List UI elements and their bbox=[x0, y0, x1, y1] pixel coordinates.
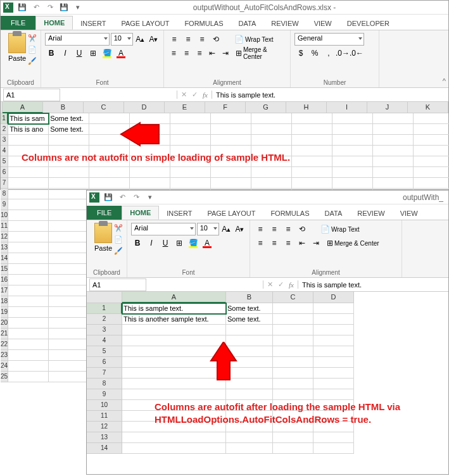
cell[interactable] bbox=[8, 178, 49, 189]
row-header[interactable]: 11 bbox=[87, 411, 122, 422]
tab-pagelayout[interactable]: PAGE LAYOUT bbox=[199, 207, 263, 220]
cell[interactable] bbox=[414, 167, 449, 178]
fx-icon[interactable]: fx bbox=[289, 281, 294, 289]
redo-icon[interactable]: ↷ bbox=[131, 192, 141, 203]
cell[interactable]: Some text. bbox=[226, 314, 273, 325]
align-top-icon[interactable]: ≡ bbox=[254, 223, 267, 235]
tab-home[interactable]: HOME bbox=[122, 206, 159, 220]
save-icon-2[interactable]: 💾 bbox=[59, 3, 69, 13]
cell[interactable] bbox=[226, 443, 273, 454]
cell[interactable] bbox=[49, 264, 89, 275]
cell[interactable] bbox=[49, 253, 89, 264]
cell[interactable] bbox=[170, 113, 211, 124]
cell[interactable] bbox=[251, 178, 292, 189]
cell[interactable] bbox=[170, 178, 211, 189]
cell[interactable] bbox=[49, 178, 89, 189]
copy-icon[interactable]: 📄 bbox=[28, 46, 38, 54]
cell[interactable] bbox=[49, 167, 89, 178]
column-header[interactable]: A bbox=[3, 102, 43, 113]
column-header[interactable]: F bbox=[205, 102, 246, 113]
increase-font-icon[interactable]: A▴ bbox=[134, 33, 146, 46]
row-header[interactable]: 7 bbox=[1, 178, 8, 189]
tab-insert[interactable]: INSERT bbox=[73, 17, 113, 30]
cell[interactable] bbox=[414, 135, 449, 146]
row-header[interactable]: 17 bbox=[1, 285, 8, 296]
cell[interactable] bbox=[49, 199, 89, 210]
row-header[interactable]: 12 bbox=[87, 422, 122, 432]
border-button[interactable]: ⊞ bbox=[87, 47, 99, 60]
cell[interactable] bbox=[332, 124, 373, 135]
wrap-text-button[interactable]: 📄Wrap Text bbox=[231, 33, 277, 46]
cell[interactable] bbox=[130, 167, 170, 178]
cell[interactable] bbox=[313, 357, 354, 368]
cell[interactable] bbox=[211, 124, 251, 135]
cell[interactable] bbox=[332, 113, 373, 124]
font-size-select[interactable]: 10 bbox=[111, 33, 133, 46]
align-middle-icon[interactable]: ≡ bbox=[182, 33, 194, 46]
cell[interactable] bbox=[226, 389, 273, 400]
cell[interactable] bbox=[373, 156, 414, 167]
align-right-icon[interactable]: ≡ bbox=[282, 237, 294, 249]
excel-icon[interactable] bbox=[89, 192, 99, 203]
cell[interactable] bbox=[313, 303, 354, 314]
fill-color-button[interactable]: 🪣 bbox=[101, 47, 113, 60]
redo-icon[interactable]: ↷ bbox=[45, 3, 55, 13]
orientation-icon[interactable]: ⟲ bbox=[296, 223, 308, 235]
row-header[interactable]: 18 bbox=[1, 296, 8, 307]
cancel-formula-icon[interactable]: ✕ bbox=[181, 91, 187, 99]
cell[interactable] bbox=[49, 285, 89, 296]
cell[interactable] bbox=[8, 210, 49, 221]
percent-button[interactable]: % bbox=[308, 47, 321, 60]
select-all-corner[interactable] bbox=[87, 292, 122, 303]
cell[interactable] bbox=[414, 146, 449, 156]
cell[interactable] bbox=[8, 221, 49, 232]
row-header[interactable]: 1 bbox=[87, 303, 122, 314]
row-header[interactable]: 25 bbox=[1, 372, 8, 382]
cell[interactable]: This is sam bbox=[8, 113, 49, 124]
cell[interactable] bbox=[251, 113, 292, 124]
cell[interactable] bbox=[292, 156, 332, 167]
cell[interactable] bbox=[313, 335, 354, 346]
font-size-select[interactable]: 10 bbox=[197, 223, 219, 235]
name-box[interactable] bbox=[89, 279, 146, 291]
row-header[interactable]: 20 bbox=[1, 318, 8, 329]
increase-indent-icon[interactable]: ⇥ bbox=[310, 237, 322, 249]
comma-button[interactable]: , bbox=[322, 47, 335, 60]
cell[interactable]: This is ano bbox=[8, 124, 49, 135]
cell[interactable] bbox=[8, 135, 49, 146]
cell[interactable] bbox=[273, 303, 313, 314]
font-color-button[interactable]: A bbox=[115, 47, 127, 60]
cell[interactable] bbox=[332, 156, 373, 167]
column-header[interactable]: C bbox=[273, 292, 313, 303]
row-header[interactable]: 13 bbox=[87, 432, 122, 443]
row-header[interactable]: 9 bbox=[1, 199, 8, 210]
cell[interactable] bbox=[170, 167, 211, 178]
tab-view[interactable]: VIEW bbox=[307, 17, 339, 30]
row-header[interactable]: 24 bbox=[1, 361, 8, 372]
cell[interactable] bbox=[292, 167, 332, 178]
cell[interactable] bbox=[8, 199, 49, 210]
column-header[interactable]: J bbox=[367, 102, 408, 113]
cell[interactable]: Some text. bbox=[49, 113, 89, 124]
tab-file[interactable]: FILE bbox=[1, 16, 35, 30]
cell[interactable] bbox=[8, 307, 49, 318]
align-right-icon[interactable]: ≡ bbox=[194, 47, 205, 60]
cell[interactable] bbox=[251, 167, 292, 178]
cell[interactable] bbox=[49, 318, 89, 329]
column-header[interactable]: D bbox=[313, 292, 354, 303]
cell[interactable] bbox=[49, 296, 89, 307]
bold-button[interactable]: B bbox=[45, 47, 58, 60]
tab-file[interactable]: FILE bbox=[87, 206, 122, 220]
cell[interactable] bbox=[89, 167, 130, 178]
collapse-ribbon-icon[interactable]: ^ bbox=[443, 77, 446, 85]
fx-icon[interactable]: fx bbox=[203, 91, 208, 99]
tab-data[interactable]: DATA bbox=[231, 17, 264, 30]
increase-indent-icon[interactable]: ⇥ bbox=[220, 47, 231, 60]
row-header[interactable]: 5 bbox=[1, 156, 8, 167]
cell[interactable] bbox=[49, 350, 89, 361]
cell[interactable] bbox=[273, 346, 313, 357]
row-header[interactable]: 15 bbox=[1, 264, 8, 275]
tab-pagelayout[interactable]: PAGE LAYOUT bbox=[113, 17, 177, 30]
copy-icon[interactable]: 📄 bbox=[114, 235, 124, 244]
cell[interactable] bbox=[49, 339, 89, 350]
